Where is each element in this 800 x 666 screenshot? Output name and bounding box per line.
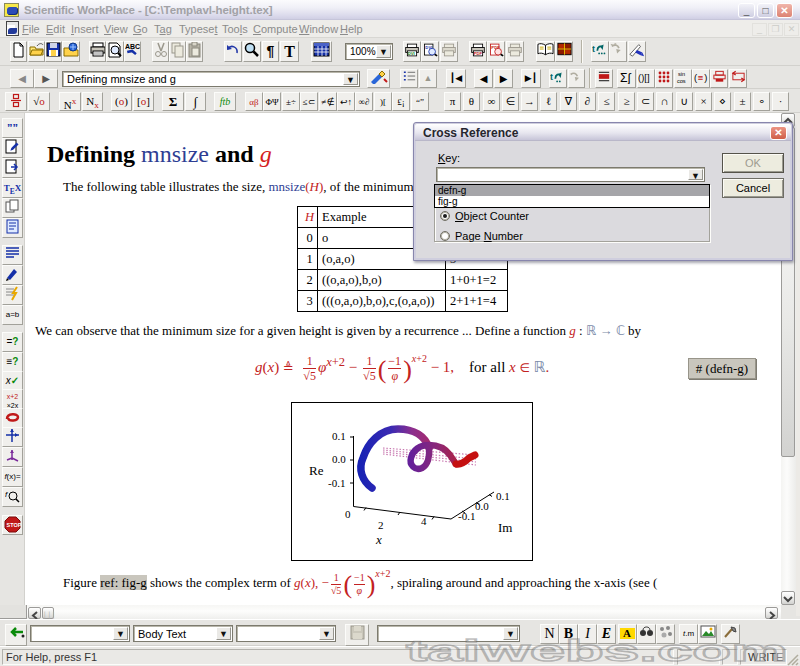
svg-text:cos: cos xyxy=(676,78,685,84)
svg-text:ABC: ABC xyxy=(125,43,140,50)
svg-text:Re: Re xyxy=(309,463,324,478)
svg-text:()[]: ()[] xyxy=(638,72,650,83)
svg-text:t: t xyxy=(592,44,595,54)
svg-text:0: 0 xyxy=(345,508,351,520)
svg-text:STOP: STOP xyxy=(7,522,22,528)
svg-text:sin: sin xyxy=(677,71,684,77)
svg-text:DVI: DVI xyxy=(408,51,415,56)
svg-text:≡: ≡ xyxy=(697,73,702,83)
svg-text:-0.1: -0.1 xyxy=(458,510,475,522)
svg-text:Im: Im xyxy=(498,520,512,535)
svg-text:0.1: 0.1 xyxy=(496,490,510,502)
svg-text:4: 4 xyxy=(421,515,427,527)
svg-text:x: x xyxy=(375,532,382,547)
svg-text:PDF: PDF xyxy=(474,51,483,56)
svg-text:): ) xyxy=(704,73,707,83)
svg-text:0.0: 0.0 xyxy=(475,500,489,512)
svg-text:2: 2 xyxy=(378,519,384,531)
svg-text:∫: ∫ xyxy=(626,71,631,84)
svg-text:0.0: 0.0 xyxy=(332,453,346,465)
svg-text:-0.1: -0.1 xyxy=(328,477,345,489)
svg-text:f: f xyxy=(5,490,8,499)
svg-text:t: t xyxy=(550,72,553,82)
svg-text:0.1: 0.1 xyxy=(332,430,346,442)
